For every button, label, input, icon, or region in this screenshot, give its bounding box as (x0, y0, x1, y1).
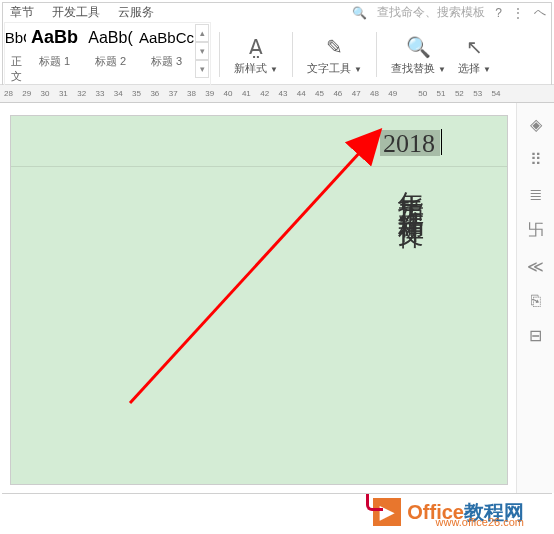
find-replace-button[interactable]: 🔍 查找替换 ▼ (385, 33, 452, 76)
ruler[interactable]: 2829303132333435363738394041424344454647… (0, 85, 554, 103)
body-text[interactable]: 年指导工作精神文件 (393, 171, 428, 207)
new-style-button[interactable]: A̤ 新样式 ▼ (228, 33, 284, 76)
layers-icon[interactable]: ≣ (529, 185, 542, 204)
style-gallery[interactable]: AaBbCcI 正文 AaBb 标题 1 AaBb( 标题 2 AaBbCc 标… (4, 22, 211, 88)
text-tool-icon: ✎ (307, 33, 362, 61)
text-tool-button[interactable]: ✎ 文字工具 ▼ (301, 33, 368, 76)
search-icon[interactable]: 🔍 (352, 6, 367, 20)
style-heading1[interactable]: AaBb 标题 1 (27, 24, 82, 71)
style-body[interactable]: AaBbCcI 正文 (6, 24, 26, 86)
new-style-icon: A̤ (234, 33, 278, 61)
style-heading2[interactable]: AaBb( 标题 2 (83, 24, 138, 71)
help-icon[interactable]: ? (495, 6, 502, 20)
text-cursor (441, 129, 442, 155)
share-icon[interactable]: ≪ (527, 257, 544, 276)
gallery-scroll[interactable]: ▴▾▾ (195, 24, 209, 78)
document-canvas[interactable]: 2018 年指导工作精神文件 (0, 103, 554, 493)
toolbar: AaBbCcI 正文 AaBb 标题 1 AaBb( 标题 2 AaBbCc 标… (0, 25, 554, 85)
style-heading3[interactable]: AaBbCc 标题 3 (139, 24, 194, 71)
grip-icon[interactable]: ⠿ (530, 150, 542, 169)
settings-icon[interactable]: 卐 (528, 220, 544, 241)
link-icon[interactable]: ⎘ (531, 292, 541, 310)
select-icon: ↖ (458, 33, 491, 61)
side-panel: ◈ ⠿ ≣ 卐 ≪ ⎘ ⊟ (516, 103, 554, 493)
logo-icon: ▶ (373, 498, 401, 526)
more-icon[interactable]: ⋮ (512, 6, 524, 20)
find-replace-icon: 🔍 (391, 33, 446, 61)
year-text[interactable]: 2018 (383, 129, 435, 159)
page: 2018 年指导工作精神文件 (10, 115, 508, 485)
list-icon[interactable]: ⊟ (529, 326, 542, 345)
edit-icon[interactable]: ◈ (530, 115, 542, 134)
collapse-icon[interactable]: へ (534, 4, 546, 21)
search-placeholder[interactable]: 查找命令、搜索模板 (377, 4, 485, 21)
select-button[interactable]: ↖ 选择 ▼ (452, 33, 497, 76)
watermark: ▶ Office教程网 www.office26.com (373, 498, 524, 526)
